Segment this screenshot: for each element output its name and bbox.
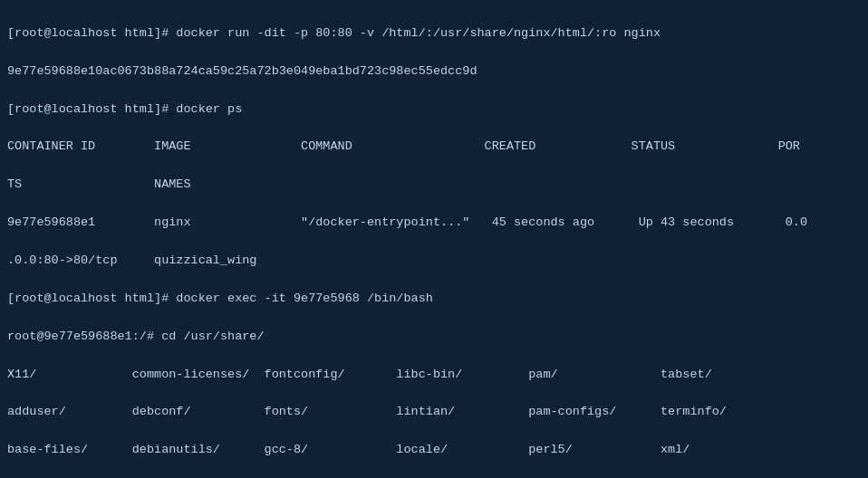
terminal-line-9: root@9e77e59688e1:/# cd /usr/share/ [7, 328, 861, 347]
terminal-line-10: X11/ common-licenses/ fontconfig/ libc-b… [7, 366, 861, 385]
terminal-line-4: CONTAINER ID IMAGE COMMAND CREATED STATU… [7, 138, 861, 157]
terminal-line-5: TS NAMES [7, 176, 861, 195]
terminal-line-2: 9e77e59688e10ac0673b88a724ca59c25a72b3e0… [7, 62, 861, 81]
terminal-window: [root@localhost html]# docker run -dit -… [0, 0, 868, 478]
terminal-line-11: adduser/ debconf/ fonts/ lintian/ pam-co… [7, 403, 861, 422]
terminal-line-3: [root@localhost html]# docker ps [7, 100, 861, 120]
terminal-line-8: [root@localhost html]# docker exec -it 9… [7, 290, 861, 309]
terminal-line-7: .0.0:80->80/tcp quizzical_wing [7, 252, 861, 271]
terminal-line-1: [root@localhost html]# docker run -dit -… [7, 24, 861, 43]
terminal-line-12: base-files/ debianutils/ gcc-8/ locale/ … [7, 441, 861, 460]
terminal-line-6: 9e77e59688e1 nginx "/docker-entrypoint..… [7, 214, 861, 233]
